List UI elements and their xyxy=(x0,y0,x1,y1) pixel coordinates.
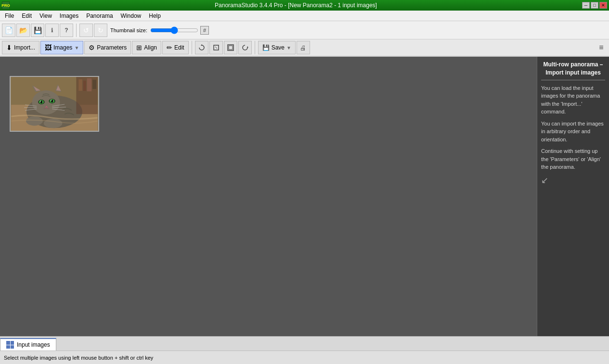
edit-label: Edit xyxy=(174,44,184,51)
input-images-tab[interactable]: Input images xyxy=(0,338,56,351)
actual-size-icon xyxy=(227,44,234,51)
align-icon: ⊞ xyxy=(136,44,142,51)
minimize-button[interactable]: ─ xyxy=(582,2,590,9)
workflow-menu-button[interactable]: ≡ xyxy=(596,41,607,54)
main-area: Multi-row panorama –Import input images … xyxy=(0,57,609,336)
svg-point-30 xyxy=(26,116,43,126)
cat-image-svg xyxy=(11,77,98,131)
svg-line-2 xyxy=(215,47,217,49)
menu-icon: ≡ xyxy=(599,43,603,52)
undo-button[interactable]: ↺ xyxy=(79,24,93,37)
parameters-icon: ⚙ xyxy=(89,44,95,51)
print-icon: 🖨 xyxy=(300,44,306,51)
menu-item-panorama[interactable]: Panorama xyxy=(82,11,117,21)
svg-rect-4 xyxy=(229,46,233,50)
menu-item-window[interactable]: Window xyxy=(117,11,145,21)
save-label: Save xyxy=(272,44,285,51)
rotate-icon xyxy=(198,44,205,51)
svg-point-21 xyxy=(40,100,41,101)
actual-size-button[interactable] xyxy=(224,41,237,54)
title-bar-left: PRO xyxy=(2,1,10,9)
side-panel-para-1: You can load the input images for the pa… xyxy=(541,84,605,116)
status-bar: Select multiple images using left mouse … xyxy=(0,351,609,364)
images-step-button[interactable]: 🖼 Images ▼ xyxy=(40,41,83,54)
help-toolbar-button[interactable]: ? xyxy=(60,24,73,37)
workflow-separator2 xyxy=(255,41,255,54)
title-bar-controls: ─ □ ✕ xyxy=(582,2,607,9)
import-label: Import... xyxy=(14,44,35,51)
side-panel: Multi-row panorama –Import input images … xyxy=(537,57,609,336)
side-panel-title: Multi-row panorama –Import input images xyxy=(541,61,605,80)
menu-item-images[interactable]: Images xyxy=(56,11,82,21)
edit-icon: ✏ xyxy=(167,44,172,51)
workflow-bar: ⬇ Import... 🖼 Images ▼ ⚙ Parameters ⊞ Al… xyxy=(0,39,609,57)
cat-image-thumbnail[interactable] xyxy=(10,76,99,132)
tab-icon-cell-1 xyxy=(6,341,10,345)
canvas-area[interactable] xyxy=(0,57,537,336)
images-arrow: ▼ xyxy=(74,45,79,50)
info-button[interactable]: ℹ xyxy=(45,24,59,37)
save-toolbar-button[interactable]: 💾 xyxy=(31,24,44,37)
images-icon: 🖼 xyxy=(45,44,52,51)
parameters-label: Parameters xyxy=(97,44,127,51)
print-button[interactable]: 🖨 xyxy=(297,41,310,54)
side-panel-content: You can load the input images for the pa… xyxy=(541,84,605,171)
open-button[interactable]: 📂 xyxy=(16,24,30,37)
thumbnail-hash-button[interactable]: # xyxy=(200,26,209,35)
tab-icon-cell-2 xyxy=(11,341,14,345)
svg-point-22 xyxy=(51,100,52,100)
tab-icon-cell-4 xyxy=(11,345,14,349)
svg-point-31 xyxy=(44,119,63,128)
svg-rect-34 xyxy=(83,81,86,91)
menu-bar: File Edit View Images Panorama Window He… xyxy=(0,11,609,21)
tab-bar: Input images xyxy=(0,336,609,351)
input-images-tab-label: Input images xyxy=(17,341,50,348)
thumbnail-size-label: Thumbnail size: xyxy=(110,27,147,33)
save-arrow: ▼ xyxy=(286,45,291,50)
save-icon: 💾 xyxy=(262,44,270,51)
menu-item-edit[interactable]: Edit xyxy=(18,11,36,21)
workflow-separator xyxy=(192,41,192,54)
thumbnail-slider[interactable] xyxy=(150,27,198,34)
fit-icon xyxy=(213,44,220,51)
new-button[interactable]: 📄 xyxy=(2,24,15,37)
side-panel-bottom-icon: ↙ xyxy=(541,175,605,186)
align-label: Align xyxy=(144,44,157,51)
svg-rect-33 xyxy=(78,79,82,91)
fit-window-button[interactable] xyxy=(209,41,223,54)
side-panel-para-2: You can import the images in arbitrary o… xyxy=(541,120,605,144)
svg-rect-35 xyxy=(87,78,92,91)
refresh-icon xyxy=(242,44,248,51)
align-step-button[interactable]: ⊞ Align xyxy=(132,41,161,54)
toolbar-separator xyxy=(76,24,77,37)
save-workflow-button[interactable]: 💾 Save ▼ xyxy=(258,41,296,54)
svg-marker-5 xyxy=(247,46,248,48)
thumbnail-slider-container: # xyxy=(150,26,209,35)
redo-button[interactable]: ↻ xyxy=(94,24,107,37)
close-button[interactable]: ✕ xyxy=(599,2,607,9)
tab-icon-cell-3 xyxy=(6,345,10,349)
import-step-button[interactable]: ⬇ Import... xyxy=(2,41,39,54)
rotate-cw-button[interactable] xyxy=(195,41,208,54)
edit-step-button[interactable]: ✏ Edit xyxy=(162,41,189,54)
tab-icon xyxy=(6,341,14,349)
menu-item-file[interactable]: File xyxy=(1,11,18,21)
side-panel-para-3: Continue with setting up the 'Parameters… xyxy=(541,147,605,171)
images-label: Images xyxy=(53,44,72,51)
parameters-step-button[interactable]: ⚙ Parameters xyxy=(84,41,131,54)
status-text: Select multiple images using left mouse … xyxy=(4,355,153,361)
svg-rect-36 xyxy=(92,80,96,89)
import-icon: ⬇ xyxy=(6,44,12,51)
toolbar: 📄 📂 💾 ℹ ? ↺ ↻ Thumbnail size: # xyxy=(0,21,609,39)
refresh-button[interactable] xyxy=(238,41,252,54)
title-bar-title: PanoramaStudio 3.4.4 Pro - [New Panorama… xyxy=(10,2,582,9)
menu-item-view[interactable]: View xyxy=(36,11,56,21)
title-bar: PRO PanoramaStudio 3.4.4 Pro - [New Pano… xyxy=(0,0,609,11)
app-logo: PRO xyxy=(2,1,10,9)
menu-item-help[interactable]: Help xyxy=(145,11,165,21)
maximize-button[interactable]: □ xyxy=(591,2,598,9)
